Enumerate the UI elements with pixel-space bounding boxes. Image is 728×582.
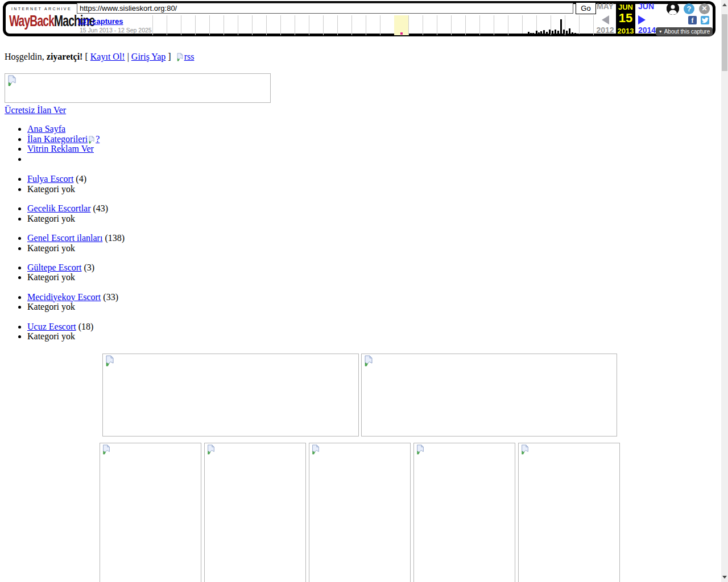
- category-link[interactable]: Fulya Escort: [27, 174, 73, 184]
- capture-bar: [540, 31, 542, 35]
- nav-item: Vitrin Reklam Ver: [27, 144, 100, 154]
- listing-thumbnail-placeholder[interactable]: [309, 443, 411, 582]
- capture-bar: [515, 34, 516, 35]
- capture-bar: [532, 33, 534, 35]
- nav-showcase-link[interactable]: Vitrin Reklam Ver: [27, 144, 94, 153]
- captures-count-link[interactable]: 137 captures: [78, 17, 123, 26]
- category-sub: Kategori yok: [27, 302, 125, 312]
- category-group: Fulya Escort (4) Kategori yok: [5, 174, 125, 194]
- current-day-label: 15: [616, 11, 635, 25]
- category-sub: Kategori yok: [27, 331, 125, 342]
- listing-thumbnail-placeholder[interactable]: [518, 443, 620, 582]
- previous-capture-arrow[interactable]: [602, 15, 609, 24]
- broken-image-icon: [88, 136, 96, 144]
- internet-archive-label: INTERNET ARCHIVE: [11, 7, 76, 11]
- category-item: Mecidiyekoy Escort (33): [27, 292, 125, 302]
- previous-year-link[interactable]: 2012: [592, 26, 619, 35]
- broken-image-icon: [520, 444, 530, 455]
- capture-bar: [524, 34, 526, 35]
- next-capture-arrow[interactable]: [638, 15, 646, 24]
- scroll-down-icon: [722, 576, 727, 579]
- broken-image-icon: [206, 444, 216, 455]
- wayback-logo[interactable]: INTERNET ARCHIVE WayBackMachine: [7, 3, 76, 33]
- category-link[interactable]: Gültepe Escort: [27, 263, 82, 272]
- broken-image-icon: [101, 444, 111, 455]
- category-link[interactable]: Ucuz Eescort: [27, 322, 76, 331]
- previous-capture-column: MAY 2012: [592, 2, 619, 35]
- scrollbar-down-button[interactable]: [721, 573, 728, 581]
- capture-bar: [552, 31, 553, 35]
- current-year-label: 2013: [616, 27, 635, 35]
- profile-icon[interactable]: [667, 2, 679, 15]
- category-item: Ucuz Eescort (18): [27, 322, 125, 332]
- broken-image-icon: [311, 444, 321, 455]
- listing-thumbnail-placeholder[interactable]: [413, 443, 515, 582]
- category-link[interactable]: Genel Escort ilanları: [27, 233, 102, 243]
- nav-categories-link[interactable]: İlan Kategorileri: [27, 134, 88, 144]
- scrollbar-thumb[interactable]: [722, 14, 727, 71]
- ad-banner-placeholder[interactable]: [361, 354, 617, 436]
- capture-bar: [549, 30, 551, 35]
- capture-bar: [530, 33, 532, 35]
- listing-thumbnail-placeholder[interactable]: [204, 443, 306, 582]
- category-sub: Kategori yok: [27, 243, 125, 253]
- capture-bar: [569, 28, 570, 35]
- help-icon[interactable]: ?: [684, 3, 694, 14]
- capture-bar: [417, 34, 419, 35]
- capture-bar: [518, 34, 519, 35]
- twitter-bird-icon: [701, 16, 709, 24]
- capture-sparkline[interactable]: [139, 15, 603, 35]
- nav-item-empty: [27, 154, 100, 164]
- welcome-username: ziyaretçi!: [47, 52, 83, 61]
- register-link[interactable]: Kayıt Ol!: [90, 52, 125, 61]
- nav-item: İlan Kategorileri?: [27, 134, 100, 144]
- capture-bar: [546, 32, 548, 35]
- next-month-label: JUN: [638, 2, 662, 11]
- broken-image-icon: [176, 53, 184, 61]
- category-group: Gecelik Escortlar (43) Kategori yok: [5, 203, 125, 223]
- login-link[interactable]: Giriş Yap: [131, 52, 166, 61]
- category-group: Ucuz Eescort (18) Kategori yok: [5, 322, 125, 342]
- category-sub: Kategori yok: [27, 214, 125, 224]
- ad-banner-placeholder[interactable]: [102, 354, 359, 436]
- category-sub: Kategori yok: [27, 184, 125, 194]
- category-sub: Kategori yok: [27, 272, 125, 282]
- wayback-machine-logo: WayBackMachine: [9, 12, 63, 30]
- broken-image-alt-link[interactable]: ?: [96, 134, 100, 144]
- welcome-line: Hoşgeldin, ziyaretçi! [ Kayıt Ol! | Giri…: [5, 52, 194, 62]
- scrollbar-up-button[interactable]: [721, 1, 728, 9]
- close-toolbar-icon[interactable]: ✕: [699, 3, 710, 14]
- broken-image-icon: [415, 444, 425, 455]
- category-link[interactable]: Gecelik Escortlar: [27, 203, 91, 213]
- capture-bar: [557, 31, 559, 35]
- capture-bar: [509, 34, 511, 35]
- capture-bar: [563, 30, 565, 35]
- capture-bar: [566, 31, 568, 35]
- facebook-share-icon[interactable]: f: [688, 16, 697, 24]
- capture-bar: [528, 32, 530, 35]
- about-this-capture-button[interactable]: ▼About this capture: [656, 27, 713, 36]
- archive-url-input[interactable]: [77, 3, 573, 14]
- category-group: Genel Escort ilanları (138) Kategori yok: [5, 233, 125, 253]
- broken-image-icon: [6, 75, 18, 86]
- category-link[interactable]: Mecidiyekoy Escort: [27, 292, 101, 302]
- capture-bar: [538, 32, 540, 35]
- category-count: (18): [78, 322, 94, 331]
- capture-bar: [543, 30, 545, 35]
- scroll-up-icon: [722, 3, 727, 6]
- current-capture-marker: [400, 32, 403, 35]
- header-banner-placeholder[interactable]: [5, 73, 271, 103]
- current-capture-datebox: JUN 15 2013: [616, 1, 635, 36]
- twitter-share-icon[interactable]: [701, 16, 709, 24]
- listing-thumbnail-placeholder[interactable]: [100, 443, 201, 582]
- rss-link[interactable]: rss: [176, 52, 195, 61]
- current-month-label: JUN: [616, 3, 635, 11]
- wayback-toolbar: INTERNET ARCHIVE WayBackMachine Go 137 c…: [3, 1, 715, 36]
- nav-home-link[interactable]: Ana Sayfa: [27, 124, 65, 134]
- page-scrollbar[interactable]: [721, 0, 728, 582]
- broken-image-icon: [363, 355, 374, 367]
- previous-month-label: MAY: [592, 2, 619, 11]
- free-ad-link[interactable]: Ücretsiz İlan Ver: [5, 105, 66, 115]
- capture-bar: [521, 34, 523, 35]
- category-count: (33): [103, 292, 118, 302]
